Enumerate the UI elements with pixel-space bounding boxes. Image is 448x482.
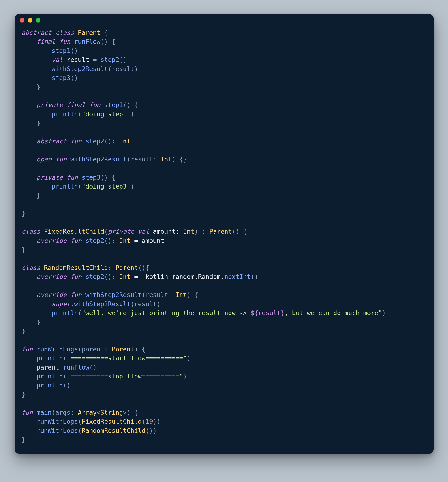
- code-token: "well, we're just printing the result no…: [82, 309, 251, 316]
- code-token: "doing step3": [82, 183, 130, 190]
- code-token: result: [67, 56, 89, 63]
- code-token: amount:: [153, 228, 183, 235]
- code-token: Int: [176, 291, 187, 298]
- code-token: override fun: [22, 291, 86, 298]
- code-token: (): [119, 56, 127, 63]
- code-token: Parent: [78, 29, 101, 36]
- code-token: final fun: [22, 38, 74, 45]
- code-token: ) {: [134, 346, 145, 353]
- code-token: (args:: [52, 409, 78, 416]
- code-token: [22, 300, 52, 308]
- code-token: class: [22, 228, 44, 235]
- code-token: (: [78, 110, 82, 118]
- code-token: , but we can do much more": [284, 309, 382, 316]
- code-token: ): [382, 309, 386, 316]
- code-token: RandomResultChild: [82, 427, 145, 434]
- code-token: }: [22, 436, 25, 443]
- code-token: () {: [232, 228, 247, 235]
- code-token: ): [183, 372, 187, 380]
- code-token: nextInt: [224, 273, 251, 280]
- code-token: Int: [119, 137, 130, 145]
- minimize-icon[interactable]: [28, 18, 32, 23]
- code-token: [22, 372, 37, 380]
- code-token: }: [22, 83, 40, 91]
- code-token: abstract fun: [22, 137, 86, 145]
- code-token: Parent: [209, 228, 232, 235]
- code-token: RandomResultChild: [44, 264, 108, 271]
- code-token: private final fun: [22, 101, 104, 109]
- code-token: [22, 56, 52, 63]
- code-window: abstract class Parent { final fun runFlo…: [15, 14, 434, 453]
- code-token: withStep2Result: [52, 65, 108, 72]
- code-token: }: [22, 391, 25, 398]
- code-token: fun: [22, 346, 37, 353]
- code-token: [22, 427, 37, 434]
- code-content: abstract class Parent { final fun runFlo…: [15, 26, 434, 453]
- code-token: [22, 110, 52, 118]
- code-token: }: [22, 327, 25, 335]
- code-token: (: [78, 309, 82, 316]
- code-token: }: [22, 192, 40, 199]
- code-token: :: [108, 264, 115, 271]
- code-token: 19: [145, 418, 153, 425]
- code-token: [22, 381, 37, 389]
- code-token: (): [251, 273, 258, 280]
- code-token: <: [97, 409, 101, 416]
- code-token: }: [22, 246, 25, 253]
- code-token: (: [78, 427, 82, 434]
- code-token: withStep2Result: [74, 300, 130, 308]
- code-token: step2: [86, 237, 104, 244]
- code-token: private fun: [22, 174, 82, 181]
- code-token: runFlow: [74, 38, 101, 45]
- code-token: [22, 65, 52, 72]
- code-token: step1: [52, 47, 70, 54]
- code-token: String: [101, 409, 123, 416]
- code-token: [22, 47, 52, 54]
- code-token: {: [101, 29, 108, 36]
- code-token: withStep2Result: [70, 156, 127, 163]
- code-token: println: [52, 309, 78, 316]
- code-token: "==========start flow==========": [67, 355, 187, 362]
- code-token: (: [104, 228, 108, 235]
- code-token: step3: [82, 174, 101, 181]
- window-titlebar: [15, 14, 434, 26]
- code-token: FixedResultChild: [82, 418, 142, 425]
- zoom-icon[interactable]: [36, 18, 40, 23]
- code-token: )): [153, 418, 160, 425]
- code-token: runFlow: [63, 363, 89, 371]
- code-token: ${result}: [251, 309, 285, 316]
- code-token: = kotlin.random.Random.: [130, 273, 224, 280]
- code-token: [22, 183, 52, 190]
- code-token: println: [37, 372, 63, 380]
- code-token: (: [63, 355, 67, 362]
- code-token: [22, 355, 37, 362]
- close-icon[interactable]: [20, 18, 24, 23]
- code-token: ():: [104, 137, 119, 145]
- code-token: step1: [104, 101, 123, 109]
- code-token: ) :: [194, 228, 209, 235]
- code-token: Array: [78, 409, 97, 416]
- code-token: ): [130, 183, 134, 190]
- code-token: (: [142, 418, 145, 425]
- code-token: "doing step1": [82, 110, 130, 118]
- code-token: main: [37, 409, 52, 416]
- code-token: println: [37, 381, 63, 389]
- code-token: = amount: [130, 237, 164, 244]
- code-token: runWithLogs: [37, 418, 78, 425]
- code-token: Int: [183, 228, 194, 235]
- code-token: }: [22, 119, 40, 127]
- code-token: override fun: [22, 273, 86, 280]
- code-token: }: [22, 318, 40, 326]
- code-token: ) {}: [172, 156, 187, 163]
- code-token: Parent: [112, 346, 134, 353]
- code-token: println: [52, 110, 78, 118]
- code-token: (result): [130, 300, 160, 308]
- code-token: =: [89, 56, 101, 63]
- code-token: .: [70, 300, 74, 308]
- code-token: ()): [145, 427, 157, 434]
- code-token: step3: [52, 74, 70, 81]
- code-token: "==========stop flow==========": [67, 372, 183, 380]
- code-token: }: [22, 210, 25, 217]
- code-token: println: [52, 183, 78, 190]
- code-token: open fun: [22, 156, 70, 163]
